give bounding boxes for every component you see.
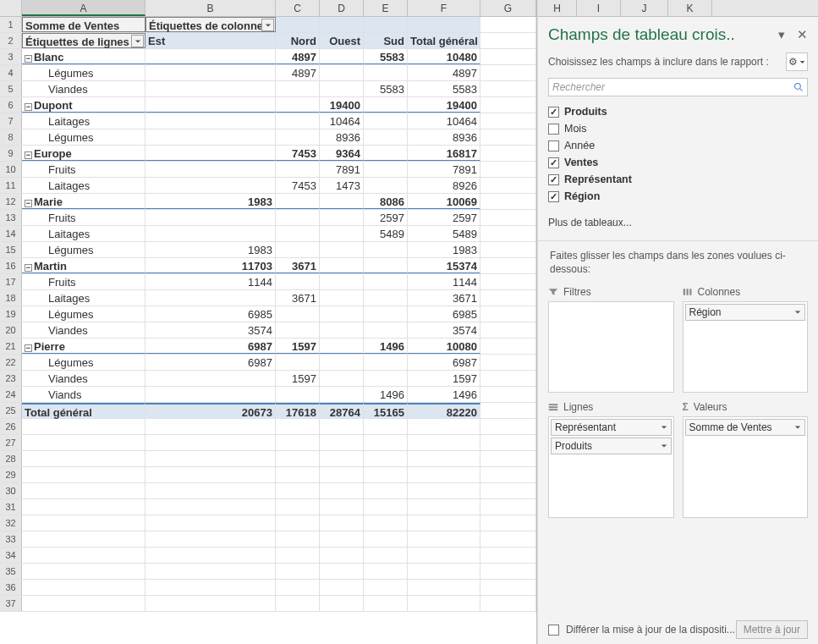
cell[interactable] (22, 467, 145, 482)
cell[interactable] (145, 49, 276, 64)
cell[interactable]: 1983 (145, 242, 276, 257)
cell[interactable] (408, 580, 480, 595)
cell[interactable] (320, 564, 364, 579)
col-header-K[interactable]: K (668, 0, 712, 16)
cell[interactable]: 5489 (408, 226, 480, 241)
cell[interactable] (320, 322, 364, 338)
cell[interactable]: 6987 (145, 355, 276, 370)
cell[interactable] (408, 451, 480, 466)
row-header[interactable]: 37 (0, 596, 22, 611)
cell[interactable]: 3671 (276, 290, 320, 305)
cell[interactable] (480, 322, 536, 338)
cell[interactable] (364, 371, 408, 386)
cell[interactable] (480, 548, 536, 563)
cell[interactable] (364, 258, 408, 273)
cell[interactable] (145, 81, 276, 96)
cell[interactable] (145, 499, 276, 515)
cell[interactable] (480, 419, 536, 434)
cell[interactable] (408, 17, 480, 32)
cell[interactable]: 10069 (408, 194, 480, 209)
cell[interactable]: 28764 (320, 403, 364, 418)
cell[interactable] (480, 258, 536, 273)
collapse-icon[interactable]: − (25, 103, 32, 111)
item-row[interactable]: Laitages (22, 178, 145, 193)
defer-update-checkbox[interactable]: Différer la mise à jour de la dispositi.… (548, 624, 735, 636)
cell[interactable] (364, 322, 408, 338)
cell[interactable] (408, 467, 480, 482)
checkbox-icon[interactable] (548, 107, 559, 118)
row-header[interactable]: 10 (0, 162, 22, 177)
cell[interactable] (364, 596, 408, 611)
group-row[interactable]: −Pierre (22, 339, 145, 354)
cell[interactable] (276, 306, 320, 322)
cell[interactable] (408, 531, 480, 547)
row-header[interactable]: 11 (0, 178, 22, 193)
cell[interactable] (276, 162, 320, 177)
cell[interactable]: 1144 (408, 274, 480, 289)
cell[interactable] (145, 387, 276, 402)
cell[interactable]: 1496 (364, 387, 408, 402)
item-row[interactable]: Fruits (22, 162, 145, 177)
cell[interactable] (145, 580, 276, 595)
row-header[interactable]: 1 (0, 17, 22, 32)
col-header-D[interactable]: D (320, 0, 364, 16)
cell[interactable] (480, 146, 536, 161)
cell[interactable] (408, 435, 480, 450)
zone-item[interactable]: Région (685, 304, 806, 321)
cell[interactable] (364, 65, 408, 80)
cell[interactable] (145, 548, 276, 563)
row-header[interactable]: 33 (0, 531, 22, 547)
cell[interactable] (480, 33, 536, 48)
cell[interactable] (480, 242, 536, 257)
cell[interactable] (364, 451, 408, 466)
cell[interactable] (145, 483, 276, 498)
row-header[interactable]: 13 (0, 210, 22, 225)
cell[interactable] (480, 564, 536, 579)
row-header[interactable]: 15 (0, 242, 22, 257)
more-tables-link[interactable]: Plus de tableaux... (538, 212, 818, 234)
cell[interactable] (408, 419, 480, 434)
cell[interactable] (364, 435, 408, 450)
cell[interactable] (22, 515, 145, 531)
cell[interactable] (145, 210, 276, 225)
row-header[interactable]: 2 (0, 33, 22, 48)
item-row[interactable]: Légumes (22, 129, 145, 145)
cell[interactable]: 1144 (145, 274, 276, 289)
cell[interactable] (320, 483, 364, 498)
cell[interactable] (364, 515, 408, 531)
spreadsheet-grid[interactable]: A B C D E F G 1Somme de VentesÉtiquettes… (0, 0, 537, 644)
cell[interactable] (320, 81, 364, 96)
cell[interactable] (22, 564, 145, 579)
zone-rows[interactable]: ReprésentantProduits (548, 416, 674, 518)
cell[interactable] (480, 129, 536, 145)
cell[interactable] (364, 162, 408, 177)
cell[interactable] (364, 113, 408, 129)
row-header[interactable]: 18 (0, 290, 22, 305)
cell[interactable] (320, 242, 364, 257)
item-row[interactable]: Viandes (22, 322, 145, 338)
cell[interactable]: 9364 (320, 146, 364, 161)
row-header[interactable]: 34 (0, 548, 22, 563)
cell[interactable] (145, 97, 276, 113)
cell[interactable] (22, 419, 145, 434)
cell[interactable] (320, 531, 364, 547)
cell[interactable] (480, 403, 536, 418)
item-row[interactable]: Viandes (22, 81, 145, 96)
cell[interactable]: 10464 (320, 113, 364, 129)
zone-columns[interactable]: Région (683, 301, 809, 393)
field-item[interactable]: Produits (548, 103, 808, 120)
cell[interactable] (480, 371, 536, 386)
cell[interactable] (480, 339, 536, 354)
cell[interactable]: 3671 (276, 258, 320, 273)
cell[interactable]: 10080 (408, 339, 480, 354)
cell[interactable] (145, 371, 276, 386)
cell[interactable] (364, 242, 408, 257)
zone-item[interactable]: Représentant (551, 419, 672, 436)
row-header[interactable]: 4 (0, 65, 22, 80)
col-hdr-sud[interactable]: Sud (364, 33, 408, 48)
cell[interactable] (364, 355, 408, 370)
cell[interactable] (480, 290, 536, 305)
collapse-icon[interactable]: − (25, 264, 32, 272)
cell[interactable] (364, 290, 408, 305)
cell[interactable] (276, 564, 320, 579)
